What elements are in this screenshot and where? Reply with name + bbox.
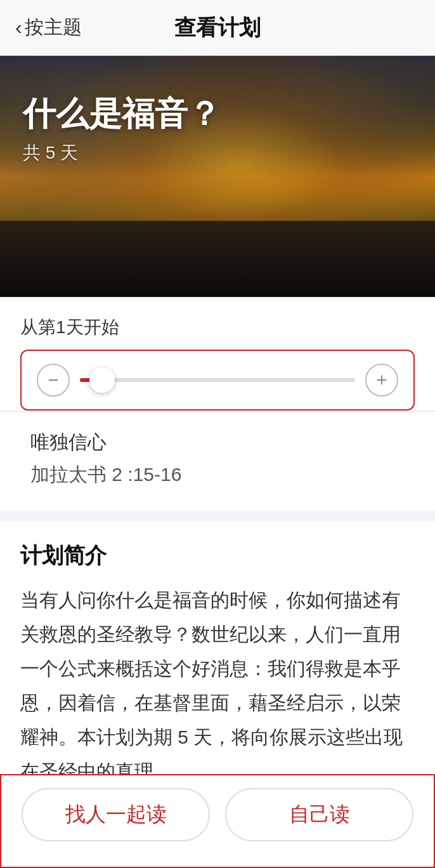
slider-section: 从第1天开始 − + <box>0 297 435 411</box>
read-together-button[interactable]: 找人一起读 <box>22 788 210 841</box>
plus-icon: + <box>376 369 387 391</box>
slider-plus-button[interactable]: + <box>365 364 398 397</box>
hero-image: 什么是福音？ 共 5 天 <box>0 56 435 297</box>
hero-title: 什么是福音？ <box>23 94 221 133</box>
back-label: 按主题 <box>25 15 82 41</box>
plan-section-title: 计划简介 <box>20 541 415 570</box>
header: ‹ 按主题 查看计划 <box>0 0 435 56</box>
plan-section: 计划简介 当有人问你什么是福音的时候，你如何描述有关救恩的圣经教导？数世纪以来，… <box>0 521 435 812</box>
slider-track <box>80 378 355 382</box>
page-title: 查看计划 <box>174 13 261 43</box>
plan-description: 当有人问你什么是福音的时候，你如何描述有关救恩的圣经教导？数世纪以来，人们一直用… <box>20 583 415 789</box>
back-button[interactable]: ‹ 按主题 <box>15 15 82 41</box>
slider-label: 从第1天开始 <box>20 315 415 339</box>
hero-water <box>0 221 435 297</box>
slider-track-wrap[interactable] <box>80 364 355 397</box>
read-alone-button[interactable]: 自己读 <box>225 788 413 841</box>
bottom-buttons-bar: 找人一起读 自己读 <box>0 774 435 868</box>
back-chevron-icon: ‹ <box>15 16 22 39</box>
minus-icon: − <box>48 369 59 391</box>
day-topic: 唯独信心 <box>20 430 415 456</box>
slider-thumb[interactable] <box>89 367 115 393</box>
slider-container[interactable]: − + <box>20 350 415 411</box>
day-verse: 加拉太书 2 :15-16 <box>20 462 415 488</box>
hero-subtitle: 共 5 天 <box>23 141 221 165</box>
slider-minus-button[interactable]: − <box>37 364 70 397</box>
hero-text-block: 什么是福音？ 共 5 天 <box>23 94 221 165</box>
day-content: 唯独信心 加拉太书 2 :15-16 <box>0 411 435 511</box>
